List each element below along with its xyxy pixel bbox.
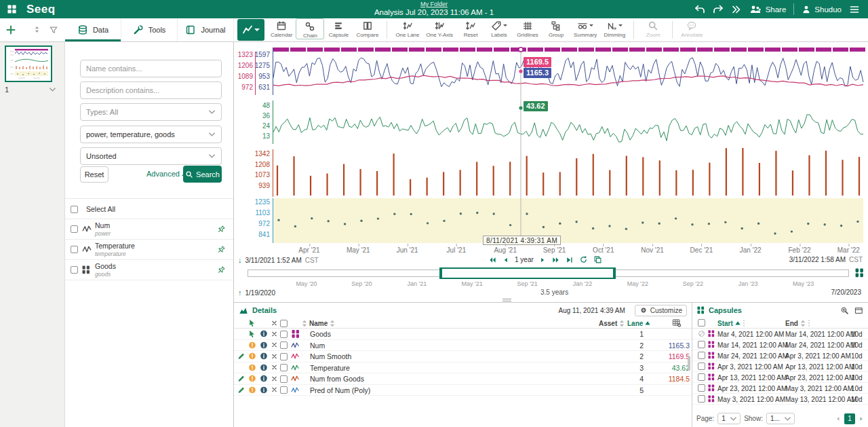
toolbar-labels[interactable]: Labels <box>485 18 513 38</box>
display-range-end[interactable]: 3/11/2022 1:58 AM <box>789 256 846 263</box>
remove-icon[interactable] <box>270 363 279 372</box>
page-select[interactable]: 1 <box>717 413 741 424</box>
cursor-icon[interactable] <box>248 329 256 338</box>
list-item-temperature[interactable]: Temperaturetemperature <box>65 239 233 259</box>
info-icon[interactable] <box>259 329 268 338</box>
list-item-goods[interactable]: Goodsgoods <box>65 259 233 280</box>
remove-icon[interactable] <box>270 341 279 350</box>
column-menu-icon[interactable] <box>808 319 810 327</box>
trend-chart[interactable]: 1323120610899721597127595363148362413134… <box>234 42 868 244</box>
row-checkbox[interactable] <box>280 386 288 394</box>
sort-icon[interactable] <box>619 320 625 327</box>
edit-icon[interactable] <box>237 386 245 394</box>
advanced-link[interactable]: Advanced <box>146 170 187 178</box>
toolbar-group[interactable]: Group <box>542 18 570 38</box>
sort-icon[interactable] <box>800 320 806 327</box>
forward-history-icon[interactable] <box>731 4 742 15</box>
step-back-full-icon[interactable] <box>488 256 497 264</box>
list-item-num[interactable]: Numpower <box>65 219 233 239</box>
datasource-select[interactable]: power, temperature, goods <box>80 126 222 143</box>
zoom-to-capsule-icon[interactable] <box>840 306 849 315</box>
toolbar-calendar[interactable]: Calendar <box>267 18 296 38</box>
toolbar-annotate[interactable]: Annotate <box>677 18 706 38</box>
types-select[interactable]: Types: All <box>80 103 222 121</box>
toolbar-reset[interactable]: Reset <box>456 18 485 38</box>
excluded-icon[interactable] <box>698 330 705 337</box>
item-checkbox[interactable] <box>71 225 78 233</box>
investigate-range-start[interactable]: 1/19/2020 <box>245 289 276 297</box>
warning-icon[interactable] <box>248 352 256 360</box>
select-all-rows-checkbox[interactable] <box>280 320 288 327</box>
details-row-num-from-goods[interactable]: Num from Goods41184.5 <box>234 373 692 385</box>
share-button[interactable]: Share <box>749 4 787 15</box>
sort-select[interactable]: Unsorted <box>80 147 222 165</box>
sort-icon[interactable] <box>330 320 335 327</box>
current-page-button[interactable]: 1 <box>844 413 855 424</box>
timebar-capsule-icon[interactable] <box>855 268 864 278</box>
toolbar-capsule[interactable]: Capsule <box>324 18 353 38</box>
item-name[interactable]: Num <box>95 221 110 229</box>
toolbar-one-lane[interactable]: One Lane <box>392 18 422 38</box>
row-checkbox[interactable] <box>280 375 288 383</box>
details-scrollbar[interactable] <box>688 356 690 371</box>
display-range-start[interactable]: 3/11/2021 1:52 AM <box>245 257 302 264</box>
toolbar-dimming[interactable]: Dimming <box>600 18 629 38</box>
app-launcher-icon[interactable] <box>7 4 17 14</box>
step-back-half-icon[interactable] <box>502 256 509 264</box>
collapse-panel-icon[interactable] <box>854 306 863 315</box>
step-to-end-icon[interactable] <box>566 256 574 264</box>
asset-column-header[interactable]: Asset <box>599 320 617 327</box>
details-row-num[interactable]: Num21165.3 <box>234 340 692 352</box>
toolbar-one-y-axis[interactable]: One Y-Axis <box>423 18 457 38</box>
step-forward-half-icon[interactable] <box>539 256 546 264</box>
sort-icon[interactable] <box>302 320 307 327</box>
remove-icon[interactable] <box>270 352 279 360</box>
series-name[interactable]: Goods <box>310 330 331 338</box>
remove-icon[interactable] <box>270 374 279 383</box>
capsule-checkbox[interactable] <box>698 384 705 392</box>
info-icon[interactable] <box>259 341 268 350</box>
lane-column-header[interactable]: Lane <box>627 320 643 327</box>
tab-journal[interactable]: Journal <box>178 18 234 41</box>
toolbar-chain[interactable]: Chain <box>296 18 324 39</box>
worksheet-collapse-icon[interactable] <box>49 87 56 92</box>
user-menu[interactable]: Shuduo <box>802 5 842 14</box>
sort-worksheets-icon[interactable] <box>33 25 41 34</box>
capsule-row[interactable]: May 3, 2021 12:00 AMMay 13, 2021 12:00 A… <box>692 394 868 405</box>
customize-button[interactable]: Customize <box>635 305 687 316</box>
remove-icon[interactable] <box>270 386 279 394</box>
warning-icon[interactable] <box>248 374 256 383</box>
remove-all-icon[interactable] <box>270 318 279 327</box>
info-icon[interactable] <box>259 386 268 394</box>
select-all-capsules-checkbox[interactable] <box>698 319 705 327</box>
row-checkbox[interactable] <box>280 331 288 338</box>
warning-icon[interactable] <box>248 386 256 394</box>
edit-icon[interactable] <box>237 374 245 383</box>
breadcrumb[interactable]: My Folder <box>374 1 494 7</box>
series-name[interactable]: Temperature <box>310 364 350 372</box>
series-name[interactable]: Pred of Num (Poly) <box>310 386 370 394</box>
row-checkbox[interactable] <box>280 364 288 371</box>
end-column-header[interactable]: End <box>785 320 798 327</box>
capsule-row[interactable]: Mar 4, 2021 12:00 AMMar 14, 2021 12:00 A… <box>692 329 868 339</box>
toolbar-gridlines[interactable]: Gridlines <box>513 18 542 38</box>
info-icon[interactable] <box>259 352 268 360</box>
add-column-icon[interactable] <box>671 318 682 327</box>
timebar-selected-range[interactable] <box>439 267 616 279</box>
worksheet-thumbnail[interactable] <box>5 45 52 82</box>
hamburger-menu-icon[interactable] <box>849 4 860 15</box>
warning-icon[interactable] <box>248 363 256 372</box>
select-all-checkbox[interactable] <box>71 206 78 213</box>
capsule-row[interactable]: Apr 13, 2021 12:00 AMApr 23, 2021 12:00 … <box>692 372 868 383</box>
edit-icon[interactable] <box>237 352 245 360</box>
details-row-goods[interactable]: Goods1 <box>234 329 692 340</box>
tab-tools[interactable]: Tools <box>121 18 178 41</box>
refresh-icon[interactable] <box>579 255 588 264</box>
details-row-temperature[interactable]: Temperature343.62 <box>234 363 692 374</box>
capsule-checkbox[interactable] <box>698 373 705 381</box>
name-column-header[interactable]: Name <box>309 320 328 327</box>
step-forward-full-icon[interactable] <box>551 256 560 264</box>
warning-icon[interactable] <box>248 341 256 350</box>
search-button[interactable]: Search <box>183 166 222 183</box>
series-name[interactable]: Num Smooth <box>310 352 351 360</box>
